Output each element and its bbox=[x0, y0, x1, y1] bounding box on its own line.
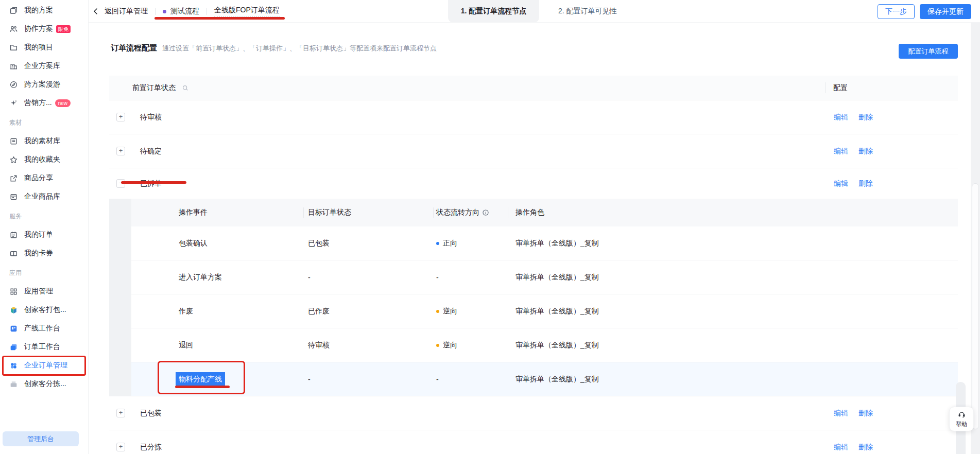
line-icon bbox=[9, 324, 18, 333]
headset-icon bbox=[958, 410, 966, 420]
role-cell: 审单拆单（全线版）_复制 bbox=[515, 375, 958, 384]
edit-link[interactable]: 编辑 bbox=[834, 409, 848, 418]
sidebar-item[interactable]: 我的素材库 bbox=[0, 132, 88, 150]
delete-link[interactable]: 删除 bbox=[858, 179, 873, 188]
info-icon[interactable] bbox=[482, 209, 489, 216]
sidebar-item-label: 企业方案库 bbox=[24, 61, 60, 71]
order-state-row: +待审核编辑删除 bbox=[109, 100, 958, 134]
config-flow-button[interactable]: 配置订单流程 bbox=[899, 44, 958, 59]
flow-detail-name[interactable]: 全线版FOP订单流程 bbox=[214, 6, 280, 18]
delete-link[interactable]: 删除 bbox=[858, 113, 873, 122]
collapse-toggle[interactable]: − bbox=[116, 179, 125, 188]
direction-dot bbox=[436, 242, 439, 245]
operation-event-cell: 进入订单方案 bbox=[131, 273, 308, 282]
sidebar-item-label: 跨方案漫游 bbox=[24, 80, 60, 89]
sidebar-item[interactable]: 订单工作台 bbox=[0, 338, 88, 356]
nested-header-row: 操作事件目标订单状态状态流转方向操作角色 bbox=[131, 199, 958, 226]
sidebar-item[interactable]: 创家客分拣... bbox=[0, 375, 88, 393]
sidebar-item-label: 营销方... bbox=[24, 98, 52, 108]
tab-step-1[interactable]: 1. 配置订单流程节点 bbox=[448, 0, 539, 23]
sidebar-item[interactable]: 商品分享 bbox=[0, 169, 88, 187]
sidebar-item-label: 我的收藏夹 bbox=[24, 155, 60, 164]
app-window: 我的方案协作方案限免我的项目企业方案库跨方案漫游营销方...new素材我的素材库… bbox=[0, 0, 980, 454]
spark-icon bbox=[9, 99, 18, 108]
arrow-left-icon bbox=[92, 7, 100, 15]
role-cell: 审单拆单（全线版）_复制 bbox=[515, 341, 958, 350]
delete-link[interactable]: 删除 bbox=[858, 409, 873, 418]
building-icon bbox=[9, 62, 18, 71]
flow-status-dot bbox=[163, 10, 166, 13]
admin-backend-button[interactable]: 管理后台 bbox=[3, 431, 79, 446]
table-body: +待审核编辑删除+待确定编辑删除−已拆单编辑删除操作事件目标订单状态状态流转方向… bbox=[109, 100, 958, 454]
back-label: 返回订单管理 bbox=[105, 7, 148, 16]
sidebar-item[interactable]: 我的卡券 bbox=[0, 244, 88, 263]
expand-toggle[interactable]: + bbox=[116, 409, 125, 417]
row-actions: 编辑删除 bbox=[834, 179, 873, 188]
row-actions: 编辑删除 bbox=[834, 147, 873, 156]
operation-event-cell: 物料分配产线 bbox=[131, 375, 308, 384]
delete-link[interactable]: 删除 bbox=[858, 443, 873, 452]
delete-link[interactable]: 删除 bbox=[858, 147, 873, 156]
tab-step-2[interactable]: 2. 配置订单可见性 bbox=[558, 0, 617, 23]
star-icon bbox=[9, 155, 18, 164]
operation-row: 退回待审核逆向审单拆单（全线版）_复制 bbox=[131, 328, 958, 362]
selected-event-text[interactable]: 物料分配产线 bbox=[176, 372, 225, 386]
sidebar-item[interactable]: 应用管理 bbox=[0, 282, 88, 301]
apps-icon bbox=[9, 287, 18, 296]
search-icon[interactable] bbox=[182, 84, 189, 92]
sidebar-item[interactable]: 营销方...new bbox=[0, 94, 88, 112]
workbench-icon bbox=[9, 343, 18, 352]
sidebar-item[interactable]: 我的订单 bbox=[0, 225, 88, 244]
sidebar-item-label: 产线工作台 bbox=[24, 324, 60, 333]
order-state-row: +已包装编辑删除 bbox=[109, 396, 958, 430]
sidebar-item[interactable]: 协作方案限免 bbox=[0, 20, 88, 38]
sidebar-section-label: 应用 bbox=[0, 268, 88, 278]
sidebar-item[interactable]: 产线工作台 bbox=[0, 319, 88, 338]
flow-name: 测试流程 bbox=[170, 7, 199, 16]
direction-cell: - bbox=[436, 273, 515, 282]
sidebar-item-label: 协作方案 bbox=[24, 24, 53, 33]
nested-column-header: 状态流转方向 bbox=[436, 208, 515, 217]
help-button[interactable]: 帮助 bbox=[949, 407, 974, 431]
nested-operations-table: 操作事件目标订单状态状态流转方向操作角色包装确认已包装正向审单拆单（全线版）_复… bbox=[131, 199, 958, 396]
sidebar-item-label: 我的订单 bbox=[24, 230, 53, 239]
sidebar-item-label: 订单工作台 bbox=[24, 342, 60, 352]
expand-toggle[interactable]: + bbox=[116, 443, 125, 451]
column-divider bbox=[433, 207, 434, 218]
target-state-cell: 待审核 bbox=[308, 341, 436, 350]
enterprise-icon bbox=[9, 361, 18, 370]
direction-cell: 逆向 bbox=[436, 307, 515, 316]
direction-cell: - bbox=[436, 375, 515, 383]
sidebar-item[interactable]: 我的收藏夹 bbox=[0, 150, 88, 169]
sidebar-item-label: 创家客打包... bbox=[24, 305, 66, 315]
goods-icon bbox=[9, 193, 18, 201]
sidebar-item[interactable]: 企业订单管理 bbox=[0, 356, 88, 375]
operation-row: 进入订单方案--审单拆单（全线版）_复制 bbox=[131, 260, 958, 294]
order-state-row: +已分拣编辑删除 bbox=[109, 430, 958, 454]
sidebar-item[interactable]: 跨方案漫游 bbox=[0, 75, 88, 94]
sidebar-item-badge: new bbox=[55, 99, 71, 107]
expand-toggle[interactable]: + bbox=[116, 147, 125, 155]
sidebar-item[interactable]: 企业商品库 bbox=[0, 187, 88, 206]
sidebar-item-label: 我的方案 bbox=[24, 6, 53, 15]
operation-row: 物料分配产线--审单拆单（全线版）_复制 bbox=[131, 362, 958, 396]
edit-link[interactable]: 编辑 bbox=[834, 147, 848, 156]
next-step-button[interactable]: 下一步 bbox=[878, 4, 915, 19]
operation-event-cell: 退回 bbox=[131, 341, 308, 350]
target-state-cell: - bbox=[308, 273, 436, 282]
role-cell: 审单拆单（全线版）_复制 bbox=[515, 307, 958, 316]
expand-toggle[interactable]: + bbox=[116, 113, 125, 121]
sidebar-item[interactable]: 我的项目 bbox=[0, 38, 88, 57]
sidebar-item[interactable]: 创家客打包... bbox=[0, 301, 88, 319]
page-scrollbar-thumb[interactable] bbox=[972, 183, 979, 429]
edit-link[interactable]: 编辑 bbox=[834, 113, 848, 122]
sidebar-item[interactable]: 我的方案 bbox=[0, 1, 88, 20]
save-update-button[interactable]: 保存并更新 bbox=[920, 4, 971, 19]
sidebar-item-label: 企业商品库 bbox=[24, 192, 60, 201]
edit-link[interactable]: 编辑 bbox=[834, 179, 848, 188]
sort-icon bbox=[9, 380, 18, 389]
sidebar-item[interactable]: 企业方案库 bbox=[0, 57, 88, 75]
back-link[interactable]: 返回订单管理 bbox=[92, 7, 148, 16]
edit-link[interactable]: 编辑 bbox=[834, 443, 848, 452]
folder-icon bbox=[9, 43, 18, 52]
